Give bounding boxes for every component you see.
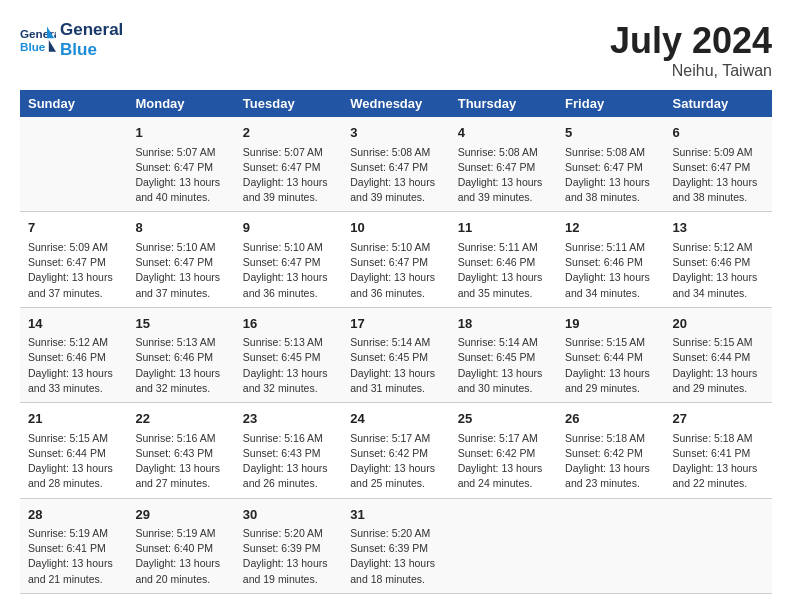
day-number: 6 xyxy=(673,123,764,143)
column-header-thursday: Thursday xyxy=(450,90,557,117)
day-info: Sunrise: 5:14 AM Sunset: 6:45 PM Dayligh… xyxy=(350,335,441,396)
column-header-tuesday: Tuesday xyxy=(235,90,342,117)
calendar-cell: 21Sunrise: 5:15 AM Sunset: 6:44 PM Dayli… xyxy=(20,403,127,498)
calendar-cell: 19Sunrise: 5:15 AM Sunset: 6:44 PM Dayli… xyxy=(557,307,664,402)
calendar-cell: 8Sunrise: 5:10 AM Sunset: 6:47 PM Daylig… xyxy=(127,212,234,307)
day-number: 24 xyxy=(350,409,441,429)
day-info: Sunrise: 5:18 AM Sunset: 6:41 PM Dayligh… xyxy=(673,431,764,492)
day-info: Sunrise: 5:10 AM Sunset: 6:47 PM Dayligh… xyxy=(243,240,334,301)
month-year-title: July 2024 xyxy=(610,20,772,62)
day-number: 12 xyxy=(565,218,656,238)
calendar-cell: 15Sunrise: 5:13 AM Sunset: 6:46 PM Dayli… xyxy=(127,307,234,402)
svg-text:Blue: Blue xyxy=(20,40,46,53)
calendar-cell: 31Sunrise: 5:20 AM Sunset: 6:39 PM Dayli… xyxy=(342,498,449,593)
day-info: Sunrise: 5:10 AM Sunset: 6:47 PM Dayligh… xyxy=(350,240,441,301)
svg-marker-3 xyxy=(49,40,56,52)
day-info: Sunrise: 5:08 AM Sunset: 6:47 PM Dayligh… xyxy=(350,145,441,206)
day-info: Sunrise: 5:08 AM Sunset: 6:47 PM Dayligh… xyxy=(458,145,549,206)
calendar-cell: 22Sunrise: 5:16 AM Sunset: 6:43 PM Dayli… xyxy=(127,403,234,498)
page-header: General Blue General Blue July 2024 Neih… xyxy=(20,20,772,80)
day-info: Sunrise: 5:10 AM Sunset: 6:47 PM Dayligh… xyxy=(135,240,226,301)
day-number: 25 xyxy=(458,409,549,429)
calendar-cell: 1Sunrise: 5:07 AM Sunset: 6:47 PM Daylig… xyxy=(127,117,234,212)
day-info: Sunrise: 5:18 AM Sunset: 6:42 PM Dayligh… xyxy=(565,431,656,492)
calendar-cell: 28Sunrise: 5:19 AM Sunset: 6:41 PM Dayli… xyxy=(20,498,127,593)
day-number: 5 xyxy=(565,123,656,143)
calendar-cell: 14Sunrise: 5:12 AM Sunset: 6:46 PM Dayli… xyxy=(20,307,127,402)
day-number: 31 xyxy=(350,505,441,525)
day-number: 8 xyxy=(135,218,226,238)
calendar-cell xyxy=(557,498,664,593)
calendar-cell: 13Sunrise: 5:12 AM Sunset: 6:46 PM Dayli… xyxy=(665,212,772,307)
week-row: 7Sunrise: 5:09 AM Sunset: 6:47 PM Daylig… xyxy=(20,212,772,307)
day-number: 30 xyxy=(243,505,334,525)
day-number: 10 xyxy=(350,218,441,238)
day-info: Sunrise: 5:11 AM Sunset: 6:46 PM Dayligh… xyxy=(565,240,656,301)
calendar-cell: 25Sunrise: 5:17 AM Sunset: 6:42 PM Dayli… xyxy=(450,403,557,498)
day-number: 19 xyxy=(565,314,656,334)
location-label: Neihu, Taiwan xyxy=(610,62,772,80)
day-info: Sunrise: 5:20 AM Sunset: 6:39 PM Dayligh… xyxy=(350,526,441,587)
calendar-cell xyxy=(450,498,557,593)
column-header-friday: Friday xyxy=(557,90,664,117)
day-number: 4 xyxy=(458,123,549,143)
calendar-cell: 30Sunrise: 5:20 AM Sunset: 6:39 PM Dayli… xyxy=(235,498,342,593)
column-header-saturday: Saturday xyxy=(665,90,772,117)
day-number: 16 xyxy=(243,314,334,334)
day-number: 27 xyxy=(673,409,764,429)
calendar-cell: 7Sunrise: 5:09 AM Sunset: 6:47 PM Daylig… xyxy=(20,212,127,307)
day-info: Sunrise: 5:14 AM Sunset: 6:45 PM Dayligh… xyxy=(458,335,549,396)
day-number: 22 xyxy=(135,409,226,429)
day-info: Sunrise: 5:19 AM Sunset: 6:40 PM Dayligh… xyxy=(135,526,226,587)
day-info: Sunrise: 5:12 AM Sunset: 6:46 PM Dayligh… xyxy=(28,335,119,396)
day-number: 7 xyxy=(28,218,119,238)
day-info: Sunrise: 5:17 AM Sunset: 6:42 PM Dayligh… xyxy=(458,431,549,492)
day-number: 14 xyxy=(28,314,119,334)
day-info: Sunrise: 5:11 AM Sunset: 6:46 PM Dayligh… xyxy=(458,240,549,301)
logo-icon: General Blue xyxy=(20,22,56,58)
title-area: July 2024 Neihu, Taiwan xyxy=(610,20,772,80)
day-info: Sunrise: 5:13 AM Sunset: 6:45 PM Dayligh… xyxy=(243,335,334,396)
logo: General Blue General Blue xyxy=(20,20,123,61)
day-number: 1 xyxy=(135,123,226,143)
week-row: 1Sunrise: 5:07 AM Sunset: 6:47 PM Daylig… xyxy=(20,117,772,212)
calendar-cell: 26Sunrise: 5:18 AM Sunset: 6:42 PM Dayli… xyxy=(557,403,664,498)
calendar-cell: 16Sunrise: 5:13 AM Sunset: 6:45 PM Dayli… xyxy=(235,307,342,402)
day-number: 13 xyxy=(673,218,764,238)
column-header-wednesday: Wednesday xyxy=(342,90,449,117)
day-info: Sunrise: 5:15 AM Sunset: 6:44 PM Dayligh… xyxy=(28,431,119,492)
calendar-cell xyxy=(665,498,772,593)
day-info: Sunrise: 5:12 AM Sunset: 6:46 PM Dayligh… xyxy=(673,240,764,301)
calendar-cell: 20Sunrise: 5:15 AM Sunset: 6:44 PM Dayli… xyxy=(665,307,772,402)
day-info: Sunrise: 5:09 AM Sunset: 6:47 PM Dayligh… xyxy=(673,145,764,206)
day-number: 21 xyxy=(28,409,119,429)
day-info: Sunrise: 5:16 AM Sunset: 6:43 PM Dayligh… xyxy=(135,431,226,492)
column-header-monday: Monday xyxy=(127,90,234,117)
day-number: 9 xyxy=(243,218,334,238)
day-number: 3 xyxy=(350,123,441,143)
calendar-cell: 4Sunrise: 5:08 AM Sunset: 6:47 PM Daylig… xyxy=(450,117,557,212)
calendar-cell: 6Sunrise: 5:09 AM Sunset: 6:47 PM Daylig… xyxy=(665,117,772,212)
calendar-cell: 2Sunrise: 5:07 AM Sunset: 6:47 PM Daylig… xyxy=(235,117,342,212)
day-number: 29 xyxy=(135,505,226,525)
day-number: 23 xyxy=(243,409,334,429)
day-info: Sunrise: 5:19 AM Sunset: 6:41 PM Dayligh… xyxy=(28,526,119,587)
day-number: 20 xyxy=(673,314,764,334)
week-row: 14Sunrise: 5:12 AM Sunset: 6:46 PM Dayli… xyxy=(20,307,772,402)
day-info: Sunrise: 5:20 AM Sunset: 6:39 PM Dayligh… xyxy=(243,526,334,587)
column-header-sunday: Sunday xyxy=(20,90,127,117)
day-number: 2 xyxy=(243,123,334,143)
day-info: Sunrise: 5:15 AM Sunset: 6:44 PM Dayligh… xyxy=(673,335,764,396)
week-row: 28Sunrise: 5:19 AM Sunset: 6:41 PM Dayli… xyxy=(20,498,772,593)
week-row: 21Sunrise: 5:15 AM Sunset: 6:44 PM Dayli… xyxy=(20,403,772,498)
calendar-cell: 10Sunrise: 5:10 AM Sunset: 6:47 PM Dayli… xyxy=(342,212,449,307)
day-info: Sunrise: 5:07 AM Sunset: 6:47 PM Dayligh… xyxy=(243,145,334,206)
day-info: Sunrise: 5:15 AM Sunset: 6:44 PM Dayligh… xyxy=(565,335,656,396)
day-info: Sunrise: 5:17 AM Sunset: 6:42 PM Dayligh… xyxy=(350,431,441,492)
day-info: Sunrise: 5:13 AM Sunset: 6:46 PM Dayligh… xyxy=(135,335,226,396)
calendar-cell: 12Sunrise: 5:11 AM Sunset: 6:46 PM Dayli… xyxy=(557,212,664,307)
day-info: Sunrise: 5:07 AM Sunset: 6:47 PM Dayligh… xyxy=(135,145,226,206)
calendar-cell: 27Sunrise: 5:18 AM Sunset: 6:41 PM Dayli… xyxy=(665,403,772,498)
day-info: Sunrise: 5:08 AM Sunset: 6:47 PM Dayligh… xyxy=(565,145,656,206)
calendar-cell xyxy=(20,117,127,212)
